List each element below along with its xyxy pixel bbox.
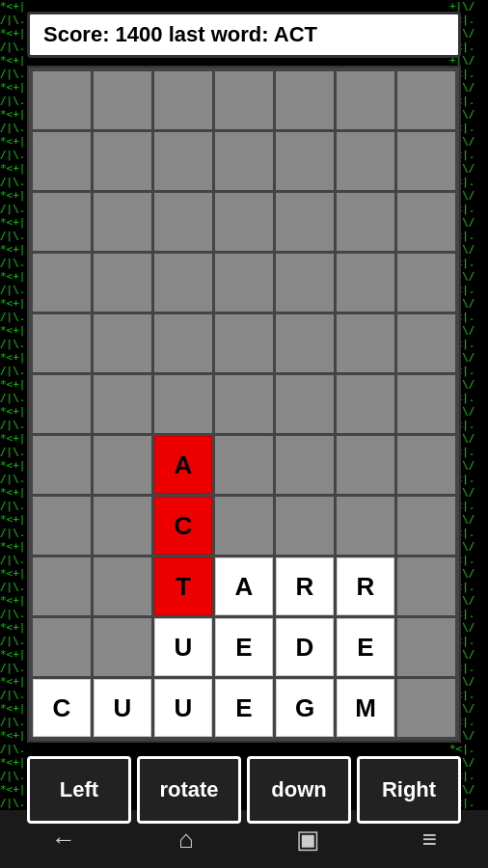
table-row [154,193,212,251]
score-bar: Score: 1400 last word: ACT [27,12,461,58]
table-row [276,314,334,372]
table-row [337,193,394,251]
grid-wrapper: ACTARRUEDECUUEGM [27,66,461,743]
table-row [337,497,394,555]
score-text: Score: 1400 last word: ACT [43,22,317,46]
table-row [94,314,151,372]
table-row [154,314,212,372]
table-row: E [215,679,273,737]
table-row [215,436,273,494]
table-row [397,618,455,676]
left-button[interactable]: Left [27,756,131,824]
table-row: A [215,557,273,615]
table-row [94,497,151,555]
table-row [276,71,334,129]
table-row [397,679,455,737]
table-row [33,375,91,433]
table-row [397,132,455,190]
table-row [337,254,394,312]
table-row [154,132,212,190]
table-row [215,375,273,433]
table-row: E [215,618,273,676]
table-row: R [337,557,394,615]
table-row [215,314,273,372]
controls: Left rotate down Right [27,756,461,824]
table-row [154,254,212,312]
table-row: U [154,618,212,676]
table-row [215,71,273,129]
table-row [33,132,91,190]
table-row [337,375,394,433]
table-row [33,436,91,494]
down-button[interactable]: down [247,756,351,824]
table-row [397,436,455,494]
table-row: R [276,557,334,615]
table-row [215,497,273,555]
table-row [94,618,151,676]
table-row: U [94,679,151,737]
table-row [337,71,394,129]
table-row [215,254,273,312]
rotate-button[interactable]: rotate [137,756,241,824]
table-row: G [276,679,334,737]
table-row: C [154,497,212,555]
table-row [397,314,455,372]
table-row [337,132,394,190]
table-row [94,375,151,433]
table-row [154,375,212,433]
table-row [94,436,151,494]
table-row: D [276,618,334,676]
table-row [397,193,455,251]
table-row [94,71,151,129]
table-row [276,497,334,555]
table-row: M [337,679,394,737]
table-row [33,557,91,615]
table-row [154,71,212,129]
table-row [33,71,91,129]
table-row [33,618,91,676]
table-row [397,254,455,312]
table-row [397,557,455,615]
table-row: C [33,679,91,737]
table-row [94,254,151,312]
right-button[interactable]: Right [357,756,461,824]
table-row [94,193,151,251]
table-row [276,436,334,494]
table-row [397,497,455,555]
table-row [33,254,91,312]
table-row [33,314,91,372]
table-row [276,193,334,251]
table-row [276,132,334,190]
table-row: E [337,618,394,676]
table-row [276,375,334,433]
table-row: A [154,436,212,494]
table-row [397,71,455,129]
table-row [94,557,151,615]
table-row [337,314,394,372]
table-row: U [154,679,212,737]
table-row [94,132,151,190]
table-row [215,132,273,190]
table-row [33,193,91,251]
table-row [337,436,394,494]
table-row: T [154,557,212,615]
table-row [215,193,273,251]
game-grid: ACTARRUEDECUUEGM [33,71,455,737]
game-container: Score: 1400 last word: ACT ACTARRUEDECUU… [0,0,488,868]
table-row [397,375,455,433]
table-row [33,497,91,555]
table-row [276,254,334,312]
